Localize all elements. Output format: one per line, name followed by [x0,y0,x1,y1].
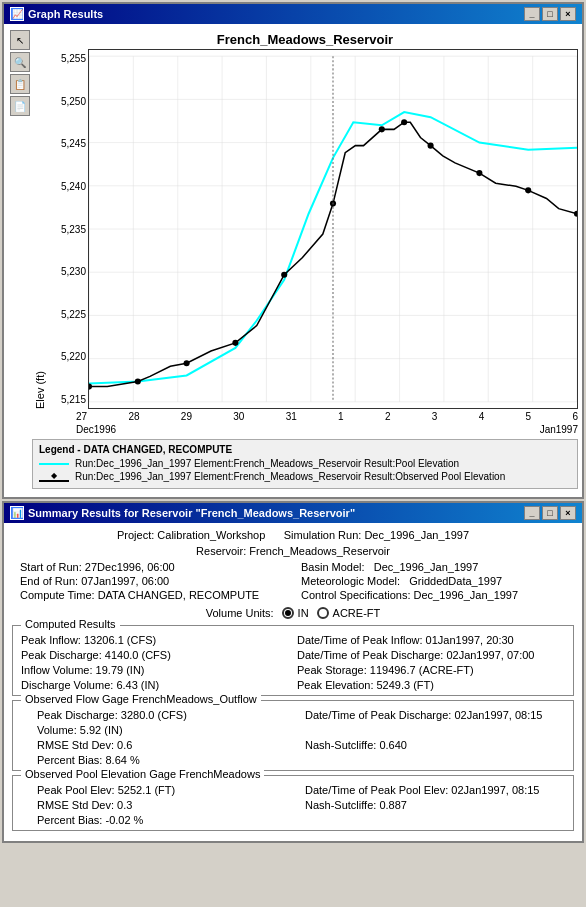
peak-discharge-label: Peak Discharge: [21,649,102,661]
computed-results-section: Computed Results Peak Inflow: 13206.1 (C… [12,625,574,696]
graph-window-icon: 📈 [10,7,24,21]
chart-legend: Legend - DATA CHANGED, RECOMPUTE Run:Dec… [32,439,578,489]
legend-item-0: Run:Dec_1996_Jan_1997 Element:French_Mea… [39,458,571,469]
inflow-volume-field: Inflow Volume: 19.79 (IN) [21,664,289,676]
svg-point-30 [476,170,482,176]
titlebar-controls[interactable]: _ □ × [524,7,576,21]
obs-rmse-label: RMSE Std Dev: [37,739,114,751]
discharge-volume-label: Discharge Volume: [21,679,113,691]
obs-bias-field: Percent Bias: 8.64 % [37,754,297,766]
pool-rmse-value: 0.3 [117,799,132,811]
pool-peak-elev-field: Peak Pool Elev: 5252.1 (FT) [37,784,297,796]
x-axis-ticks: 27 28 29 30 31 1 2 3 4 5 6 [76,409,578,424]
pool-peak-elev-label: Peak Pool Elev: [37,784,115,796]
obs-peak-discharge-field: Peak Discharge: 3280.0 (CFS) [37,709,297,721]
observed-pool-title: Observed Pool Elevation Gage FrenchMeado… [21,768,264,780]
peak-discharge-value: 4140.0 (CFS) [105,649,171,661]
summary-content: Project: Calibration_Workshop Simulation… [4,523,582,841]
met-value: GriddedData_1997 [409,575,502,587]
acreft-radio-group[interactable]: ACRE-FT [317,607,381,619]
obs-dt-peak-discharge-label: Date/Time of Peak Discharge: [305,709,451,721]
chart-svg [89,50,577,408]
pool-nash-label: Nash-Sutcliffe: [305,799,376,811]
x-axis-month-labels: Dec1996 Jan1997 [76,424,578,435]
observed-flow-grid: Peak Discharge: 3280.0 (CFS) Date/Time o… [21,709,565,766]
dt-peak-inflow-field: Date/Time of Peak Inflow: 01Jan1997, 20:… [297,634,565,646]
observed-flow-title: Observed Flow Gage FrenchMeadows_Outflow [21,693,261,705]
basin-value: Dec_1996_Jan_1997 [374,561,479,573]
summary-minimize-button[interactable]: _ [524,506,540,520]
graph-toolbar: ↖ 🔍 📋 📄 [8,28,32,493]
svg-point-32 [574,211,577,217]
obs-peak-discharge-value: 3280.0 (CFS) [121,709,187,721]
pool-dt-peak-label: Date/Time of Peak Pool Elev: [305,784,448,796]
in-label: IN [298,607,309,619]
legend-black-text: Run:Dec_1996_Jan_1997 Element:French_Mea… [75,471,505,482]
legend-black-line: ◆ [39,471,69,482]
obs-bias-label: Percent Bias: [37,754,102,766]
peak-storage-field: Peak Storage: 119496.7 (ACRE-FT) [297,664,565,676]
svg-point-24 [232,340,238,346]
obs-peak-discharge-label: Peak Discharge: [37,709,118,721]
legend-title: Legend - DATA CHANGED, RECOMPUTE [39,444,571,455]
in-radio-group[interactable]: IN [282,607,309,619]
x-label-jan: Jan1997 [540,424,578,435]
obs-volume-field: Volume: 5.92 (IN) [37,724,297,736]
summary-titlebar-left: 📊 Summary Results for Reservoir "French_… [10,506,355,520]
simrun-label: Simulation Run: Dec_1996_Jan_1997 [284,529,469,541]
met-field: Meteorologic Model: GriddedData_1997 [301,575,566,587]
close-button[interactable]: × [560,7,576,21]
obs-rmse-value: 0.6 [117,739,132,751]
end-run-field: End of Run: 07Jan1997, 06:00 [20,575,285,587]
summary-maximize-button[interactable]: □ [542,506,558,520]
discharge-volume-field: Discharge Volume: 6.43 (IN) [21,679,289,691]
observed-pool-section: Observed Pool Elevation Gage FrenchMeado… [12,775,574,831]
peak-inflow-value: 13206.1 (CFS) [84,634,156,646]
graph-titlebar: 📈 Graph Results _ □ × [4,4,582,24]
pool-dt-peak-field: Date/Time of Peak Pool Elev: 02Jan1997, … [305,784,565,796]
summary-title: Summary Results for Reservoir "French_Me… [28,507,355,519]
summary-titlebar: 📊 Summary Results for Reservoir "French_… [4,503,582,523]
obs-rmse-field: RMSE Std Dev: 0.6 [37,739,297,751]
select-tool-button[interactable]: ↖ [10,30,30,50]
peak-discharge-field: Peak Discharge: 4140.0 (CFS) [21,649,289,661]
tool3-button[interactable]: 📋 [10,74,30,94]
svg-point-31 [525,187,531,193]
control-field: Control Specifications: Dec_1996_Jan_199… [301,589,566,601]
zoom-tool-button[interactable]: 🔍 [10,52,30,72]
minimize-button[interactable]: _ [524,7,540,21]
peak-storage-value: 119496.7 (ACRE-FT) [370,664,474,676]
summary-close-button[interactable]: × [560,506,576,520]
summary-titlebar-controls[interactable]: _ □ × [524,506,576,520]
pool-rmse-label: RMSE Std Dev: [37,799,114,811]
summary-reservoir-header: Reservoir: French_Meadows_Reservoir [12,545,574,557]
peak-inflow-label: Peak Inflow: [21,634,81,646]
compute-field: Compute Time: DATA CHANGED, RECOMPUTE [20,589,285,601]
y-axis-ticks: 5,255 5,250 5,245 5,240 5,235 5,230 5,22… [48,49,88,409]
obs-dt-peak-discharge-field: Date/Time of Peak Discharge: 02Jan1997, … [305,709,565,721]
dt-peak-discharge-field: Date/Time of Peak Discharge: 02Jan1997, … [297,649,565,661]
observed-pool-grid: Peak Pool Elev: 5252.1 (FT) Date/Time of… [21,784,565,826]
y-axis-label: Elev (ft) [32,49,48,409]
dt-peak-inflow-label: Date/Time of Peak Inflow: [297,634,423,646]
peak-elevation-value: 5249.3 (FT) [377,679,434,691]
summary-window: 📊 Summary Results for Reservoir "French_… [2,501,584,843]
svg-point-23 [184,360,190,366]
summary-window-icon: 📊 [10,506,24,520]
acreft-radio[interactable] [317,607,329,619]
compute-label: Compute Time: [20,589,95,601]
obs-volume-value: 5.92 (IN) [80,724,123,736]
end-label: End of Run: [20,575,78,587]
peak-elevation-label: Peak Elevation: [297,679,373,691]
legend-item-1: ◆ Run:Dec_1996_Jan_1997 Element:French_M… [39,471,571,482]
in-radio[interactable] [282,607,294,619]
summary-project-header: Project: Calibration_Workshop Simulation… [12,529,574,541]
titlebar-left: 📈 Graph Results [10,7,103,21]
graph-content: ↖ 🔍 📋 📄 French_Meadows_Reservoir Elev (f… [4,24,582,497]
discharge-volume-value: 6.43 (IN) [116,679,159,691]
x-axis: 27 28 29 30 31 1 2 3 4 5 6 [76,409,578,424]
run-info-grid: Start of Run: 27Dec1996, 06:00 Basin Mod… [20,561,566,601]
obs-nash-value: 0.640 [379,739,407,751]
tool4-button[interactable]: 📄 [10,96,30,116]
maximize-button[interactable]: □ [542,7,558,21]
